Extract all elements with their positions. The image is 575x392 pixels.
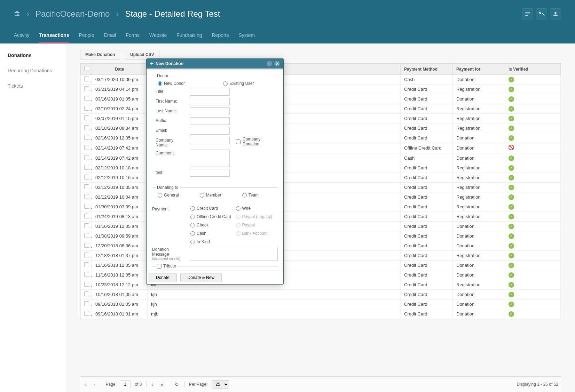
minimize-icon[interactable]: – <box>267 61 272 66</box>
cell-date: 02/14/2019 07:42 am <box>92 143 148 153</box>
cell-date: 01/30/2019 03:39 pm <box>92 202 148 212</box>
wire-radio[interactable] <box>236 206 241 211</box>
nav-item-activity[interactable]: Activity <box>14 28 29 43</box>
col-date[interactable]: Date <box>92 64 148 75</box>
table-row[interactable]: 09/16/2018 01:01 ammjbCredit CardDonatio… <box>81 309 561 319</box>
pager-first-icon[interactable]: « <box>83 381 88 388</box>
member-radio[interactable] <box>200 193 204 198</box>
company-donation-checkbox[interactable] <box>236 139 241 144</box>
in-kind-radio[interactable] <box>190 240 195 244</box>
title-input[interactable] <box>190 88 230 96</box>
cell-method: Credit Card <box>401 251 453 261</box>
user-icon-button[interactable] <box>550 8 561 19</box>
row-checkbox <box>84 96 89 101</box>
email-input[interactable] <box>190 127 230 135</box>
cell-for: Registration <box>453 212 505 222</box>
cell-for: Donation <box>453 133 505 143</box>
col-payment-for[interactable]: Payment for <box>453 64 505 75</box>
col-is-verified[interactable]: Is Verified <box>505 64 561 75</box>
verified-ok-icon: ✓ <box>509 253 514 258</box>
cell-verified: ✓ <box>505 290 561 299</box>
cell-date: 09/16/2018 01:05 am <box>92 299 148 309</box>
donate-and-new-button[interactable]: Donate & New <box>180 273 222 282</box>
first-name-input[interactable] <box>190 98 230 105</box>
verified-ok-icon: ✓ <box>509 311 514 317</box>
cell-date: 10/23/2018 12:12 pm <box>92 280 148 290</box>
cell-method: Credit Card <box>401 114 453 123</box>
pager-refresh-icon[interactable]: ↻ <box>173 381 180 388</box>
sidebar-item-donations[interactable]: Donations <box>0 48 66 63</box>
row-checkbox <box>84 311 89 316</box>
nav-item-transactions[interactable]: Transactions <box>39 28 69 43</box>
nav-item-system[interactable]: System <box>239 28 255 43</box>
donation-message-textarea[interactable] <box>190 247 278 261</box>
verified-ok-icon: ✓ <box>509 96 514 102</box>
team-radio[interactable] <box>242 193 247 198</box>
suffix-input[interactable] <box>190 117 230 125</box>
nav-item-people[interactable]: People <box>79 28 94 43</box>
toolbar: Make Donation Upload CSV <box>80 50 575 59</box>
general-radio[interactable] <box>158 193 162 198</box>
cell-for: Donation <box>453 75 505 85</box>
cell-for: Donation <box>453 299 505 309</box>
make-donation-button[interactable]: Make Donation <box>80 50 120 59</box>
comment-textarea[interactable] <box>190 150 230 167</box>
list-icon-button[interactable] <box>522 8 533 19</box>
main-nav: ActivityTransactionsPeopleEmailFormsWebs… <box>0 28 575 43</box>
company-name-input[interactable] <box>190 137 230 144</box>
row-checkbox <box>84 214 89 218</box>
pager-of-total: of 3 <box>135 382 142 387</box>
row-checkbox <box>84 115 89 120</box>
tribute-checkbox[interactable] <box>157 264 162 269</box>
pager-perpage-select[interactable]: 25 <box>212 380 229 389</box>
existing-user-radio[interactable] <box>223 81 228 86</box>
offline-cc-radio[interactable] <box>190 215 195 219</box>
pager-prev-icon[interactable]: ‹ <box>93 381 97 388</box>
cell-for: Registration <box>453 183 505 192</box>
org-link[interactable]: PacificOcean-Demo <box>36 9 110 19</box>
pager-display-text: Displaying 1 - 25 of 52 <box>517 382 558 387</box>
test-input[interactable] <box>190 169 230 177</box>
donate-button[interactable]: Donate <box>149 273 177 282</box>
cell-date: 03/21/2019 04:14 pm <box>92 85 148 94</box>
cell-method: Credit Card <box>401 202 453 212</box>
cell-verified: ✓ <box>505 94 561 104</box>
cell-verified: ✓ <box>505 123 561 133</box>
sidebar-item-recurring-donations[interactable]: Recurring Donations <box>0 63 66 78</box>
tools-icon-button[interactable] <box>536 8 547 19</box>
cell-for: Donation <box>453 241 505 251</box>
nav-item-forms[interactable]: Forms <box>126 28 140 43</box>
verified-ok-icon: ✓ <box>509 272 514 278</box>
close-icon[interactable]: ✕ <box>274 61 280 66</box>
nav-item-email[interactable]: Email <box>104 28 116 43</box>
row-checkbox <box>84 155 89 160</box>
new-donor-radio[interactable] <box>158 81 162 86</box>
verified-ok-icon: ✓ <box>509 77 514 82</box>
cell-for: Registration <box>453 123 505 133</box>
verified-ok-icon: ✓ <box>509 87 514 92</box>
verified-ok-icon: ✓ <box>509 116 514 121</box>
cell-method: Credit Card <box>401 85 453 94</box>
sidebar-item-tickets[interactable]: Tickets <box>0 78 66 94</box>
cell-method: Credit Card <box>401 280 453 290</box>
nav-item-reports[interactable]: Reports <box>212 28 229 43</box>
cell-date: 02/12/2019 10:04 am <box>92 192 148 202</box>
pager-next-icon[interactable]: › <box>151 381 155 388</box>
row-checkbox <box>84 184 89 189</box>
pager-page-input[interactable] <box>120 381 131 388</box>
verified-ok-icon: ✓ <box>509 302 514 307</box>
table-row[interactable]: 09/16/2018 01:05 amkjhCredit CardDonatio… <box>81 299 561 309</box>
nav-item-fundraising[interactable]: Fundraising <box>176 28 202 43</box>
upload-csv-button[interactable]: Upload CSV <box>125 50 159 59</box>
row-checkbox <box>84 175 89 179</box>
cell-method: Credit Card <box>401 261 453 270</box>
cash-radio[interactable] <box>190 231 195 236</box>
nav-item-website[interactable]: Website <box>149 28 167 43</box>
cell-date: 02/14/2019 07:42 am <box>92 153 148 163</box>
col-payment-method[interactable]: Payment Method <box>401 64 453 75</box>
last-name-input[interactable] <box>190 107 230 115</box>
check-radio[interactable] <box>190 223 195 227</box>
credit-card-radio[interactable] <box>190 206 195 211</box>
table-row[interactable]: 10/16/2018 01:05 amkjhCredit CardDonatio… <box>81 290 561 299</box>
pager-last-icon[interactable]: » <box>159 381 165 388</box>
